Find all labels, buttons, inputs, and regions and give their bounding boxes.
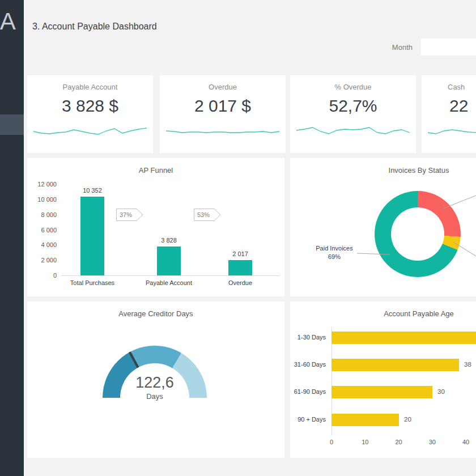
kpi-value: 22 <box>422 96 476 116</box>
funnel-bar <box>80 197 104 275</box>
kpi-sparkline <box>296 124 410 141</box>
y-axis-tick: 10 000 <box>27 196 57 203</box>
kpi-title: % Overdue <box>290 83 416 91</box>
kpi-title: Overdue <box>160 83 286 91</box>
x-axis-tick: 40 <box>457 439 474 445</box>
dashboard: IA 3. Account Payable Dashboard Month Pa… <box>0 0 476 476</box>
kpi-card: Overdue2 017 $ <box>160 75 286 153</box>
y-axis-tick: 12 000 <box>27 181 57 188</box>
conversion-rate-arrow: 53% <box>194 209 221 223</box>
funnel-bar <box>157 246 181 275</box>
month-filter-label: Month <box>356 43 413 52</box>
kpi-sparkline <box>166 124 279 141</box>
y-axis-category-label: 31-60 Days <box>290 361 326 368</box>
kpi-card: Cash22 <box>422 75 476 153</box>
kpi-sparkline <box>33 124 147 141</box>
average-creditor-days-gauge: 122,6Days <box>27 301 284 458</box>
svg-text:53%: 53% <box>197 211 210 218</box>
average-creditor-days-card: Average Creditor Days 122,6Days <box>27 301 284 458</box>
sidebar: IA <box>0 0 24 476</box>
bar-value-label: 38 <box>464 361 471 368</box>
kpi-value: 3 828 $ <box>27 96 153 116</box>
account-payable-age-chart: 1-30 Days31-60 Days3861-90 Days3090 + Da… <box>290 301 476 458</box>
app-logo: IA <box>0 8 17 35</box>
kpi-value: 52,7% <box>290 96 416 116</box>
ap-funnel-card: AP Funnel 12 00010 0008 0006 0004 0002 0… <box>27 158 284 296</box>
sidebar-item-active[interactable] <box>0 114 24 135</box>
y-axis-tick: 6 000 <box>27 227 57 233</box>
y-axis-tick: 8 000 <box>27 211 57 218</box>
bar-value-label: 30 <box>437 388 445 395</box>
gauge-value: 122,6Days <box>103 374 207 401</box>
invoices-by-status-chart: Paid Invoices69% <box>290 158 476 296</box>
y-axis-category-label: 1-30 Days <box>290 334 326 341</box>
conversion-rate-arrow: 37% <box>116 209 143 223</box>
gauge-value-number: 122,6 <box>103 374 207 392</box>
x-axis-tick: 10 <box>356 439 373 445</box>
y-axis-tick: 0 <box>27 272 57 279</box>
page-title: 3. Account Payable Dashboard <box>32 22 157 32</box>
kpi-card: Payable Account3 828 $ <box>27 75 153 153</box>
bar-value-label: 10 352 <box>70 187 115 194</box>
svg-text:37%: 37% <box>120 211 132 218</box>
x-axis-category-label: Total Purchases <box>61 279 124 286</box>
age-bar <box>332 359 459 371</box>
y-axis-category-label: 61-90 Days <box>290 388 326 395</box>
kpi-value: 2 017 $ <box>160 96 286 116</box>
y-axis-category-label: 90 + Days <box>290 416 326 423</box>
kpi-title: Payable Account <box>27 83 153 91</box>
kpi-card: % Overdue52,7% <box>290 75 416 153</box>
x-axis-line <box>61 275 280 276</box>
x-axis-category-label: Overdue <box>209 279 271 286</box>
age-bar <box>332 386 432 398</box>
bar-value-label: 3 828 <box>146 237 192 244</box>
invoices-by-status-card: Invoices By Status Paid Invoices69% <box>290 158 476 296</box>
month-dropdown[interactable] <box>421 39 476 56</box>
y-axis-tick: 2 000 <box>27 257 57 264</box>
bar-value-label: 2 017 <box>218 250 263 257</box>
x-axis-tick: 30 <box>424 439 441 445</box>
funnel-bar <box>228 260 252 275</box>
gauge-value-unit: Days <box>103 392 207 401</box>
bar-value-label: 20 <box>404 416 411 423</box>
paid-invoices-callout: Paid Invoices69% <box>306 244 363 261</box>
age-bar <box>332 414 399 426</box>
x-axis-tick: 0 <box>323 439 340 445</box>
age-bar <box>332 332 476 344</box>
kpi-sparkline <box>428 124 476 141</box>
ap-funnel-chart: 12 00010 0008 0006 0004 0002 000010 352T… <box>27 158 284 296</box>
donut-hole <box>391 207 444 261</box>
x-axis-category-label: Payable Account <box>138 279 200 286</box>
x-axis-tick: 20 <box>390 439 407 445</box>
kpi-title: Cash <box>422 83 476 91</box>
y-axis-tick: 4 000 <box>27 241 57 248</box>
account-payable-age-card: Account Payable Age 1-30 Days31-60 Days3… <box>290 301 476 458</box>
